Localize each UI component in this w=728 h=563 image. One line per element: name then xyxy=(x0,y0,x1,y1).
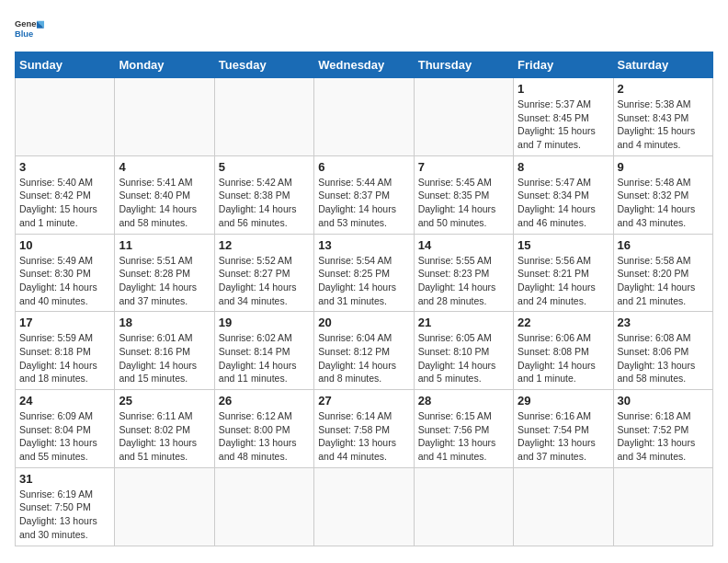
calendar-week-1: 3Sunrise: 5:40 AM Sunset: 8:42 PM Daylig… xyxy=(16,155,713,234)
day-number: 23 xyxy=(618,316,709,329)
day-info: Sunrise: 5:52 AM Sunset: 8:27 PM Dayligh… xyxy=(219,254,310,308)
calendar-cell xyxy=(16,78,115,156)
day-info: Sunrise: 5:45 AM Sunset: 8:35 PM Dayligh… xyxy=(418,176,509,230)
calendar-cell xyxy=(514,467,613,546)
calendar-cell: 26Sunrise: 6:12 AM Sunset: 8:00 PM Dayli… xyxy=(214,390,313,468)
calendar-cell: 14Sunrise: 5:55 AM Sunset: 8:23 PM Dayli… xyxy=(414,234,513,312)
day-number: 13 xyxy=(318,238,409,252)
calendar-cell xyxy=(115,78,214,156)
day-info: Sunrise: 5:41 AM Sunset: 8:40 PM Dayligh… xyxy=(119,176,210,230)
day-info: Sunrise: 6:08 AM Sunset: 8:06 PM Dayligh… xyxy=(618,331,709,385)
day-info: Sunrise: 5:49 AM Sunset: 8:30 PM Dayligh… xyxy=(19,254,110,308)
svg-text:Blue: Blue xyxy=(15,29,33,39)
calendar-cell: 3Sunrise: 5:40 AM Sunset: 8:42 PM Daylig… xyxy=(16,155,115,234)
day-info: Sunrise: 6:18 AM Sunset: 7:52 PM Dayligh… xyxy=(618,409,709,464)
calendar-cell: 23Sunrise: 6:08 AM Sunset: 8:06 PM Dayli… xyxy=(613,312,712,390)
calendar-cell xyxy=(314,467,414,546)
logo: General Blue xyxy=(15,15,44,44)
day-info: Sunrise: 5:44 AM Sunset: 8:37 PM Dayligh… xyxy=(318,176,409,230)
col-header-wednesday: Wednesday xyxy=(314,52,414,78)
calendar-cell: 6Sunrise: 5:44 AM Sunset: 8:37 PM Daylig… xyxy=(314,155,414,234)
calendar-cell: 4Sunrise: 5:41 AM Sunset: 8:40 PM Daylig… xyxy=(115,155,214,234)
day-number: 3 xyxy=(19,160,110,174)
day-number: 20 xyxy=(318,316,409,329)
logo-icon: General Blue xyxy=(15,15,44,44)
calendar-cell: 24Sunrise: 6:09 AM Sunset: 8:04 PM Dayli… xyxy=(16,390,115,468)
calendar-week-5: 31Sunrise: 6:19 AM Sunset: 7:50 PM Dayli… xyxy=(16,467,713,546)
day-number: 9 xyxy=(618,160,709,174)
day-number: 30 xyxy=(618,394,709,408)
calendar-cell: 5Sunrise: 5:42 AM Sunset: 8:38 PM Daylig… xyxy=(214,155,313,234)
page-header: General Blue xyxy=(15,15,713,44)
calendar-cell: 9Sunrise: 5:48 AM Sunset: 8:32 PM Daylig… xyxy=(613,155,712,234)
day-number: 2 xyxy=(618,82,709,96)
day-number: 17 xyxy=(19,316,110,329)
calendar-week-4: 24Sunrise: 6:09 AM Sunset: 8:04 PM Dayli… xyxy=(16,390,713,468)
day-info: Sunrise: 6:15 AM Sunset: 7:56 PM Dayligh… xyxy=(418,409,509,464)
calendar-cell: 17Sunrise: 5:59 AM Sunset: 8:18 PM Dayli… xyxy=(16,312,115,390)
day-number: 18 xyxy=(119,316,210,329)
calendar-cell: 2Sunrise: 5:38 AM Sunset: 8:43 PM Daylig… xyxy=(613,78,712,156)
calendar-cell: 15Sunrise: 5:56 AM Sunset: 8:21 PM Dayli… xyxy=(514,234,613,312)
calendar-cell: 25Sunrise: 6:11 AM Sunset: 8:02 PM Dayli… xyxy=(115,390,214,468)
col-header-tuesday: Tuesday xyxy=(214,52,313,78)
calendar-cell: 7Sunrise: 5:45 AM Sunset: 8:35 PM Daylig… xyxy=(414,155,513,234)
day-number: 6 xyxy=(318,160,409,174)
day-number: 29 xyxy=(518,394,609,408)
calendar-cell xyxy=(214,467,313,546)
day-number: 25 xyxy=(119,394,210,408)
calendar-week-2: 10Sunrise: 5:49 AM Sunset: 8:30 PM Dayli… xyxy=(16,234,713,312)
calendar-cell: 19Sunrise: 6:02 AM Sunset: 8:14 PM Dayli… xyxy=(214,312,313,390)
calendar-week-3: 17Sunrise: 5:59 AM Sunset: 8:18 PM Dayli… xyxy=(16,312,713,390)
calendar-cell: 16Sunrise: 5:58 AM Sunset: 8:20 PM Dayli… xyxy=(613,234,712,312)
day-number: 24 xyxy=(19,394,110,408)
calendar-cell: 11Sunrise: 5:51 AM Sunset: 8:28 PM Dayli… xyxy=(115,234,214,312)
day-info: Sunrise: 6:11 AM Sunset: 8:02 PM Dayligh… xyxy=(119,409,210,464)
col-header-monday: Monday xyxy=(115,52,214,78)
calendar-cell: 13Sunrise: 5:54 AM Sunset: 8:25 PM Dayli… xyxy=(314,234,414,312)
calendar-cell: 12Sunrise: 5:52 AM Sunset: 8:27 PM Dayli… xyxy=(214,234,313,312)
day-info: Sunrise: 6:04 AM Sunset: 8:12 PM Dayligh… xyxy=(318,331,409,385)
day-info: Sunrise: 5:47 AM Sunset: 8:34 PM Dayligh… xyxy=(518,176,609,230)
day-info: Sunrise: 5:40 AM Sunset: 8:42 PM Dayligh… xyxy=(19,176,110,230)
day-info: Sunrise: 6:14 AM Sunset: 7:58 PM Dayligh… xyxy=(318,409,409,464)
calendar-cell: 22Sunrise: 6:06 AM Sunset: 8:08 PM Dayli… xyxy=(514,312,613,390)
day-number: 28 xyxy=(418,394,509,408)
calendar-cell: 20Sunrise: 6:04 AM Sunset: 8:12 PM Dayli… xyxy=(314,312,414,390)
col-header-thursday: Thursday xyxy=(414,52,513,78)
calendar-cell: 30Sunrise: 6:18 AM Sunset: 7:52 PM Dayli… xyxy=(613,390,712,468)
day-info: Sunrise: 6:12 AM Sunset: 8:00 PM Dayligh… xyxy=(219,409,310,464)
day-info: Sunrise: 6:16 AM Sunset: 7:54 PM Dayligh… xyxy=(518,409,609,464)
day-number: 1 xyxy=(518,82,609,96)
day-info: Sunrise: 5:48 AM Sunset: 8:32 PM Dayligh… xyxy=(618,176,709,230)
calendar-cell: 8Sunrise: 5:47 AM Sunset: 8:34 PM Daylig… xyxy=(514,155,613,234)
day-number: 27 xyxy=(318,394,409,408)
calendar-cell: 27Sunrise: 6:14 AM Sunset: 7:58 PM Dayli… xyxy=(314,390,414,468)
day-info: Sunrise: 5:37 AM Sunset: 8:45 PM Dayligh… xyxy=(518,98,609,152)
day-number: 14 xyxy=(418,238,509,252)
day-info: Sunrise: 5:42 AM Sunset: 8:38 PM Dayligh… xyxy=(219,176,310,230)
calendar-cell xyxy=(115,467,214,546)
day-info: Sunrise: 5:51 AM Sunset: 8:28 PM Dayligh… xyxy=(119,254,210,308)
calendar-cell xyxy=(414,78,513,156)
day-info: Sunrise: 5:54 AM Sunset: 8:25 PM Dayligh… xyxy=(318,254,409,308)
calendar-cell xyxy=(414,467,513,546)
day-info: Sunrise: 5:59 AM Sunset: 8:18 PM Dayligh… xyxy=(19,331,110,385)
day-number: 15 xyxy=(518,238,609,252)
day-info: Sunrise: 6:02 AM Sunset: 8:14 PM Dayligh… xyxy=(219,331,310,385)
col-header-saturday: Saturday xyxy=(613,52,712,78)
day-info: Sunrise: 5:56 AM Sunset: 8:21 PM Dayligh… xyxy=(518,254,609,308)
day-info: Sunrise: 6:19 AM Sunset: 7:50 PM Dayligh… xyxy=(19,488,110,542)
day-info: Sunrise: 5:55 AM Sunset: 8:23 PM Dayligh… xyxy=(418,254,509,308)
day-number: 4 xyxy=(119,160,210,174)
calendar-cell xyxy=(314,78,414,156)
day-number: 10 xyxy=(19,238,110,252)
day-info: Sunrise: 6:01 AM Sunset: 8:16 PM Dayligh… xyxy=(119,331,210,385)
day-number: 16 xyxy=(618,238,709,252)
calendar-cell xyxy=(214,78,313,156)
calendar-header-row: SundayMondayTuesdayWednesdayThursdayFrid… xyxy=(16,52,713,78)
day-number: 5 xyxy=(219,160,310,174)
day-number: 7 xyxy=(418,160,509,174)
day-number: 21 xyxy=(418,316,509,329)
calendar-cell: 1Sunrise: 5:37 AM Sunset: 8:45 PM Daylig… xyxy=(514,78,613,156)
